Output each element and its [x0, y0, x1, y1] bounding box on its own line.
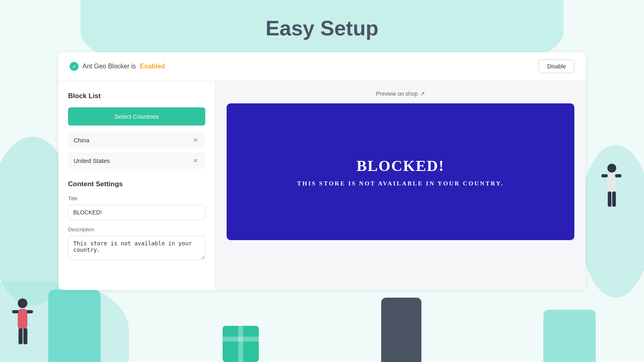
- deco-block: [381, 298, 421, 362]
- right-panel: Preview on shop ↗ BLOCKED! THIS STORE IS…: [215, 81, 586, 290]
- country-name-us: United States: [74, 157, 110, 164]
- page-title: Easy Setup: [58, 0, 586, 52]
- title-label: Title: [68, 195, 205, 202]
- deco-gift: [223, 326, 259, 362]
- page-container: Easy Setup ✓ Ant Geo Blocker is Enabled …: [50, 0, 594, 290]
- svg-rect-9: [615, 174, 621, 177]
- preview-label: Preview on shop: [376, 90, 418, 97]
- content-area: Block List Select Countries China ✕ Unit…: [58, 81, 586, 290]
- description-label: Description: [68, 226, 205, 232]
- svg-rect-3: [27, 310, 33, 313]
- country-item-china: China ✕: [68, 132, 205, 148]
- left-panel: Block List Select Countries China ✕ Unit…: [58, 81, 215, 290]
- svg-rect-8: [601, 174, 608, 177]
- preview-box: BLOCKED! THIS STORE IS NOT AVAILABLE IN …: [227, 103, 574, 240]
- external-link-icon: ↗: [420, 90, 425, 97]
- svg-rect-11: [612, 191, 616, 207]
- preview-header[interactable]: Preview on shop ↗: [227, 90, 574, 97]
- description-input[interactable]: This store is not available in your coun…: [68, 236, 205, 260]
- remove-china-button[interactable]: ✕: [191, 137, 200, 144]
- select-countries-button[interactable]: Select Countries: [68, 107, 205, 125]
- status-left: ✓ Ant Geo Blocker is Enabled: [70, 62, 165, 71]
- status-bar: ✓ Ant Geo Blocker is Enabled Disable: [58, 52, 586, 81]
- preview-blocked-desc: THIS STORE IS NOT AVAILABLE IN YOUR COUN…: [297, 180, 504, 187]
- svg-point-6: [607, 164, 616, 173]
- app-name-label: Ant Geo Blocker is: [83, 63, 136, 70]
- deco-block2: [543, 310, 596, 362]
- status-enabled-label: Enabled: [140, 63, 165, 70]
- country-item-us: United States ✕: [68, 152, 205, 169]
- svg-rect-1: [18, 309, 27, 329]
- svg-point-0: [18, 298, 27, 308]
- disable-button[interactable]: Disable: [539, 60, 574, 73]
- preview-blocked-title: BLOCKED!: [357, 157, 445, 175]
- figure-person-right: [600, 161, 624, 215]
- svg-rect-5: [23, 328, 27, 344]
- main-card: ✓ Ant Geo Blocker is Enabled Disable Blo…: [58, 52, 586, 290]
- content-settings-title: Content Settings: [68, 180, 205, 188]
- content-settings-section: Content Settings Title Description This …: [68, 180, 205, 268]
- svg-rect-4: [19, 328, 23, 344]
- svg-rect-10: [608, 191, 611, 207]
- block-list-section: Block List Select Countries China ✕ Unit…: [68, 92, 205, 169]
- remove-us-button[interactable]: ✕: [191, 158, 200, 164]
- svg-rect-2: [12, 310, 19, 313]
- check-icon: ✓: [70, 62, 78, 71]
- block-list-title: Block List: [68, 92, 205, 100]
- figure-person-left: [10, 296, 36, 350]
- title-input[interactable]: [68, 205, 205, 220]
- country-name-china: China: [74, 137, 89, 144]
- svg-rect-7: [607, 173, 616, 192]
